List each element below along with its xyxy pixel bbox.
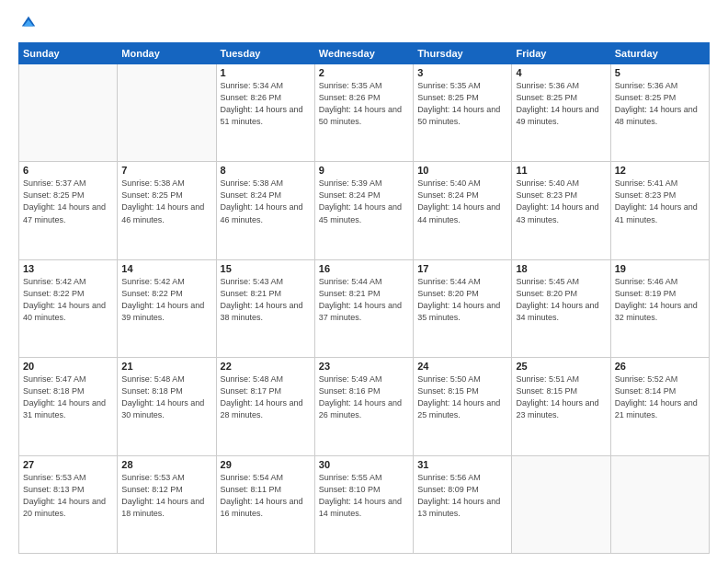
calendar-cell: 25Sunrise: 5:51 AM Sunset: 8:15 PM Dayli…: [512, 358, 610, 455]
day-of-week-header: Saturday: [610, 43, 709, 64]
day-number: 26: [615, 361, 705, 372]
day-info: Sunrise: 5:38 AM Sunset: 8:24 PM Dayligh…: [221, 178, 311, 225]
day-number: 27: [23, 459, 113, 470]
day-number: 18: [516, 263, 606, 274]
day-info: Sunrise: 5:46 AM Sunset: 8:19 PM Dayligh…: [615, 276, 705, 324]
day-of-week-header: Friday: [512, 43, 610, 64]
calendar-cell: 17Sunrise: 5:44 AM Sunset: 8:20 PM Dayli…: [414, 259, 512, 357]
day-info: Sunrise: 5:39 AM Sunset: 8:24 PM Dayligh…: [319, 178, 409, 225]
calendar-header-row: SundayMondayTuesdayWednesdayThursdayFrid…: [19, 43, 710, 64]
calendar-cell: 8Sunrise: 5:38 AM Sunset: 8:24 PM Daylig…: [216, 162, 314, 259]
day-number: 29: [221, 459, 311, 470]
calendar-cell: 22Sunrise: 5:48 AM Sunset: 8:17 PM Dayli…: [216, 358, 314, 455]
day-number: 16: [319, 263, 409, 274]
day-info: Sunrise: 5:34 AM Sunset: 8:26 PM Dayligh…: [221, 80, 311, 128]
day-info: Sunrise: 5:53 AM Sunset: 8:12 PM Dayligh…: [121, 472, 211, 520]
calendar-table: SundayMondayTuesdayWednesdayThursdayFrid…: [18, 42, 710, 554]
calendar-cell: [610, 455, 709, 553]
day-number: 5: [615, 67, 705, 78]
day-info: Sunrise: 5:40 AM Sunset: 8:23 PM Dayligh…: [516, 178, 606, 225]
calendar-cell: 30Sunrise: 5:55 AM Sunset: 8:10 PM Dayli…: [314, 455, 413, 553]
calendar-week-row: 27Sunrise: 5:53 AM Sunset: 8:13 PM Dayli…: [19, 455, 710, 553]
day-number: 28: [121, 459, 211, 470]
day-info: Sunrise: 5:40 AM Sunset: 8:24 PM Dayligh…: [417, 178, 507, 225]
day-number: 23: [319, 361, 409, 372]
day-of-week-header: Monday: [118, 43, 216, 64]
day-info: Sunrise: 5:35 AM Sunset: 8:25 PM Dayligh…: [417, 80, 507, 128]
calendar-cell: 14Sunrise: 5:42 AM Sunset: 8:22 PM Dayli…: [118, 259, 216, 357]
day-number: 25: [516, 361, 606, 372]
day-info: Sunrise: 5:45 AM Sunset: 8:20 PM Dayligh…: [516, 276, 606, 324]
calendar-cell: [512, 455, 610, 553]
day-number: 8: [221, 165, 311, 176]
header: [18, 15, 710, 35]
calendar-week-row: 1Sunrise: 5:34 AM Sunset: 8:26 PM Daylig…: [19, 64, 710, 162]
calendar-cell: 10Sunrise: 5:40 AM Sunset: 8:24 PM Dayli…: [414, 162, 512, 259]
day-info: Sunrise: 5:48 AM Sunset: 8:18 PM Dayligh…: [121, 373, 211, 421]
calendar-cell: 31Sunrise: 5:56 AM Sunset: 8:09 PM Dayli…: [414, 455, 512, 553]
day-info: Sunrise: 5:36 AM Sunset: 8:25 PM Dayligh…: [516, 80, 606, 128]
day-number: 15: [221, 263, 311, 274]
day-number: 3: [417, 67, 507, 78]
day-info: Sunrise: 5:43 AM Sunset: 8:21 PM Dayligh…: [221, 276, 311, 324]
calendar-cell: 29Sunrise: 5:54 AM Sunset: 8:11 PM Dayli…: [216, 455, 314, 553]
calendar-cell: 7Sunrise: 5:38 AM Sunset: 8:25 PM Daylig…: [118, 162, 216, 259]
calendar-cell: 28Sunrise: 5:53 AM Sunset: 8:12 PM Dayli…: [118, 455, 216, 553]
day-info: Sunrise: 5:51 AM Sunset: 8:15 PM Dayligh…: [516, 373, 606, 421]
day-number: 30: [319, 459, 409, 470]
day-number: 10: [417, 165, 507, 176]
day-number: 22: [221, 361, 311, 372]
day-number: 17: [417, 263, 507, 274]
calendar-cell: 11Sunrise: 5:40 AM Sunset: 8:23 PM Dayli…: [512, 162, 610, 259]
day-info: Sunrise: 5:42 AM Sunset: 8:22 PM Dayligh…: [23, 276, 113, 324]
calendar-cell: 26Sunrise: 5:52 AM Sunset: 8:14 PM Dayli…: [610, 358, 709, 455]
calendar-cell: 20Sunrise: 5:47 AM Sunset: 8:18 PM Dayli…: [19, 358, 118, 455]
calendar-cell: 12Sunrise: 5:41 AM Sunset: 8:23 PM Dayli…: [610, 162, 709, 259]
calendar-cell: 23Sunrise: 5:49 AM Sunset: 8:16 PM Dayli…: [314, 358, 413, 455]
day-info: Sunrise: 5:41 AM Sunset: 8:23 PM Dayligh…: [615, 178, 705, 225]
calendar-cell: 2Sunrise: 5:35 AM Sunset: 8:26 PM Daylig…: [314, 64, 413, 162]
day-number: 9: [319, 165, 409, 176]
calendar-cell: 1Sunrise: 5:34 AM Sunset: 8:26 PM Daylig…: [216, 64, 314, 162]
day-info: Sunrise: 5:56 AM Sunset: 8:09 PM Dayligh…: [417, 472, 507, 520]
calendar-cell: 13Sunrise: 5:42 AM Sunset: 8:22 PM Dayli…: [19, 259, 118, 357]
calendar-cell: 3Sunrise: 5:35 AM Sunset: 8:25 PM Daylig…: [414, 64, 512, 162]
day-of-week-header: Tuesday: [216, 43, 314, 64]
day-info: Sunrise: 5:35 AM Sunset: 8:26 PM Dayligh…: [319, 80, 409, 128]
calendar-cell: 21Sunrise: 5:48 AM Sunset: 8:18 PM Dayli…: [118, 358, 216, 455]
calendar-cell: [118, 64, 216, 162]
calendar-week-row: 6Sunrise: 5:37 AM Sunset: 8:25 PM Daylig…: [19, 162, 710, 259]
day-number: 14: [121, 263, 211, 274]
day-number: 2: [319, 67, 409, 78]
day-of-week-header: Thursday: [414, 43, 512, 64]
day-info: Sunrise: 5:54 AM Sunset: 8:11 PM Dayligh…: [221, 472, 311, 520]
calendar-cell: 4Sunrise: 5:36 AM Sunset: 8:25 PM Daylig…: [512, 64, 610, 162]
calendar-cell: 6Sunrise: 5:37 AM Sunset: 8:25 PM Daylig…: [19, 162, 118, 259]
calendar-cell: [19, 64, 118, 162]
calendar-cell: 16Sunrise: 5:44 AM Sunset: 8:21 PM Dayli…: [314, 259, 413, 357]
page: SundayMondayTuesdayWednesdayThursdayFrid…: [0, 0, 728, 563]
calendar-cell: 24Sunrise: 5:50 AM Sunset: 8:15 PM Dayli…: [414, 358, 512, 455]
logo: [18, 15, 37, 35]
day-info: Sunrise: 5:55 AM Sunset: 8:10 PM Dayligh…: [319, 472, 409, 520]
calendar-week-row: 20Sunrise: 5:47 AM Sunset: 8:18 PM Dayli…: [19, 358, 710, 455]
calendar-cell: 15Sunrise: 5:43 AM Sunset: 8:21 PM Dayli…: [216, 259, 314, 357]
day-number: 13: [23, 263, 113, 274]
day-info: Sunrise: 5:50 AM Sunset: 8:15 PM Dayligh…: [417, 373, 507, 421]
day-number: 31: [417, 459, 507, 470]
day-number: 21: [121, 361, 211, 372]
day-number: 11: [516, 165, 606, 176]
day-number: 6: [23, 165, 113, 176]
logo-icon: [20, 15, 37, 31]
calendar-cell: 27Sunrise: 5:53 AM Sunset: 8:13 PM Dayli…: [19, 455, 118, 553]
calendar-week-row: 13Sunrise: 5:42 AM Sunset: 8:22 PM Dayli…: [19, 259, 710, 357]
day-info: Sunrise: 5:42 AM Sunset: 8:22 PM Dayligh…: [121, 276, 211, 324]
day-number: 20: [23, 361, 113, 372]
day-info: Sunrise: 5:52 AM Sunset: 8:14 PM Dayligh…: [615, 373, 705, 421]
calendar-cell: 18Sunrise: 5:45 AM Sunset: 8:20 PM Dayli…: [512, 259, 610, 357]
day-number: 24: [417, 361, 507, 372]
day-info: Sunrise: 5:38 AM Sunset: 8:25 PM Dayligh…: [121, 178, 211, 225]
day-number: 1: [221, 67, 311, 78]
calendar-cell: 5Sunrise: 5:36 AM Sunset: 8:25 PM Daylig…: [610, 64, 709, 162]
day-info: Sunrise: 5:47 AM Sunset: 8:18 PM Dayligh…: [23, 373, 113, 421]
